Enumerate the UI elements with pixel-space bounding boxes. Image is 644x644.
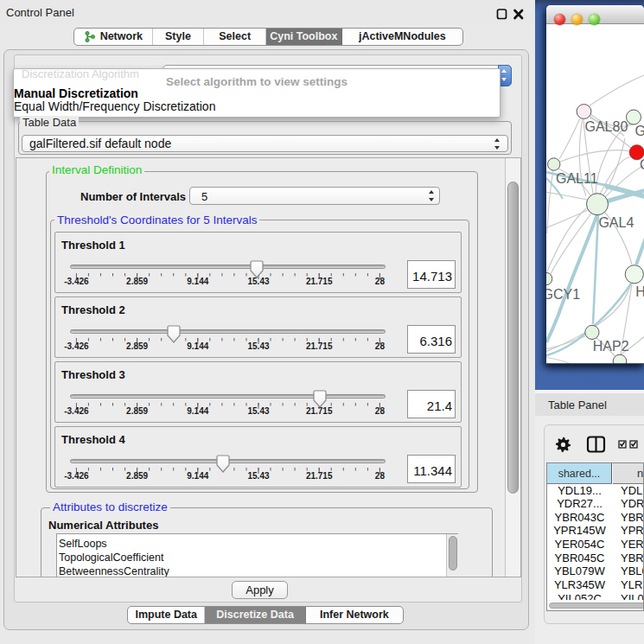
svg-text:GAL11: GAL11 — [556, 171, 598, 186]
svg-text:C: C — [640, 157, 644, 172]
svg-text:H: H — [635, 284, 644, 299]
svg-text:GAL4: GAL4 — [598, 215, 634, 230]
svg-text:HAP2: HAP2 — [593, 339, 629, 354]
svg-text:GA: GA — [635, 124, 644, 138]
svg-text:GCY1: GCY1 — [546, 287, 580, 302]
svg-text:GAL80: GAL80 — [585, 119, 628, 134]
